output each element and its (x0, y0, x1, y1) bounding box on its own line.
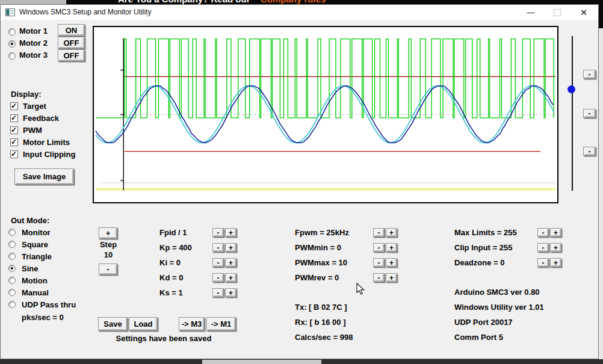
copy-to-m3-button[interactable]: -> M3 (179, 317, 205, 331)
screen: Are You a Company? Read our Company rule… (0, 0, 603, 364)
fpid-minus-button[interactable]: - (212, 228, 224, 237)
motor3-off-button[interactable]: OFF (58, 49, 85, 61)
input-clipping-checkbox[interactable] (10, 150, 18, 158)
step-decrease-button[interactable]: - (99, 264, 117, 275)
feedback-checkbox[interactable] (10, 114, 18, 122)
ki-minus-button[interactable]: - (212, 258, 224, 267)
app-icon (5, 8, 15, 17)
mode-square-radio[interactable] (8, 241, 16, 248)
mode-motion-radio[interactable] (8, 277, 16, 284)
motor3-radio[interactable] (8, 52, 16, 60)
mode-udp-radio[interactable] (8, 301, 16, 308)
maximize-button[interactable] (545, 5, 569, 20)
save-button[interactable]: Save (98, 317, 128, 331)
motor-limits-checkbox-label: Motor Limits (23, 138, 70, 147)
fpwm-plus-button[interactable]: + (386, 228, 397, 237)
kp-label: Kp = 400 (159, 243, 192, 252)
kd-plus-button[interactable]: + (225, 273, 237, 282)
deadzone-plus-button[interactable]: + (550, 258, 561, 267)
pwmrev-minus-button[interactable]: - (373, 273, 385, 282)
scale-minus-button-2[interactable]: - (583, 109, 596, 118)
mode-motion-label: Motion (22, 276, 48, 285)
close-button[interactable]: ✕ (572, 5, 596, 20)
deadzone-minus-button[interactable]: - (537, 258, 549, 267)
scale-minus-button-1[interactable]: - (583, 70, 596, 79)
step-value: 10 (95, 250, 122, 259)
background-page-bottom-light (202, 360, 321, 364)
motor2-radio[interactable] (8, 40, 16, 48)
max-limits-label: Max Limits = 255 (454, 228, 517, 237)
minimize-button[interactable]: — (519, 5, 543, 20)
pwmmax-minus-button[interactable]: - (373, 258, 385, 267)
banner-gap (0, 0, 66, 4)
mode-square-label: Square (22, 240, 48, 249)
step-label: Step (95, 240, 122, 249)
utility-version: Windows Utility ver 1.01 (454, 303, 544, 312)
clip-input-plus-button[interactable]: + (550, 243, 561, 252)
ks-minus-button[interactable]: - (212, 288, 224, 297)
scale-slider-track[interactable] (572, 36, 573, 191)
fpid-plus-button[interactable]: + (225, 228, 237, 237)
motor1-label: Motor 1 (19, 26, 48, 35)
mode-manual-label: Manual (22, 288, 49, 297)
max-limits-plus-button[interactable]: + (550, 228, 561, 237)
pwm-checkbox-label: PWM (23, 126, 42, 135)
kp-plus-button[interactable]: + (225, 243, 237, 252)
mode-triangle-label: Triangle (22, 252, 52, 261)
kp-minus-button[interactable]: - (212, 243, 224, 252)
rx-readout: Rx: [ b 16 00 ] (295, 318, 346, 327)
titlebar[interactable]: Windows SMC3 Setup and Monitor Utility (1, 5, 598, 20)
banner-link-text[interactable]: Company rules (261, 0, 326, 4)
pwmmin-minus-button[interactable]: - (373, 243, 385, 252)
status-message: Settings have been saved (94, 334, 233, 343)
fpwm-minus-button[interactable]: - (373, 228, 385, 237)
waveform-plot (94, 27, 557, 202)
maximize-icon (554, 9, 561, 16)
target-checkbox-label: Target (23, 102, 46, 111)
motor1-on-button[interactable]: ON (58, 24, 85, 36)
udp-port: UDP Port 20017 (454, 318, 513, 327)
step-increase-button[interactable]: + (99, 227, 117, 239)
background-banner: Are You a Company? Read our Company rule… (0, 0, 603, 4)
pwmrev-plus-button[interactable]: + (386, 273, 397, 282)
load-button[interactable]: Load (129, 317, 158, 331)
motor-limits-checkbox[interactable] (10, 138, 18, 146)
clip-input-label: Clip Input = 255 (454, 243, 512, 252)
ki-plus-button[interactable]: + (225, 258, 237, 267)
kd-label: Kd = 0 (159, 273, 183, 282)
feedback-checkbox-label: Feedback (23, 114, 59, 123)
mode-triangle-radio[interactable] (8, 253, 16, 260)
window-title: Windows SMC3 Setup and Monitor Utility (19, 8, 151, 16)
motor1-radio[interactable] (8, 28, 16, 35)
ks-label: Ks = 1 (159, 288, 183, 297)
max-limits-minus-button[interactable]: - (537, 228, 549, 237)
pwm-checkbox[interactable] (10, 126, 18, 134)
ks-plus-button[interactable]: + (225, 288, 237, 297)
motor2-off-button[interactable]: OFF (58, 37, 85, 49)
scale-slider-knob[interactable] (567, 85, 575, 93)
comm-port: Comm Port 5 (454, 333, 503, 342)
input-clipping-checkbox-label: Input Clipping (23, 150, 75, 159)
background-page-edge (599, 28, 603, 359)
clip-input-minus-button[interactable]: - (537, 243, 549, 252)
pwmmax-label: PWMmax = 10 (295, 258, 347, 267)
mode-monitor-label: Monitor (22, 228, 51, 237)
copy-to-m1-button[interactable]: -> M1 (206, 317, 236, 331)
fpwm-label: Fpwm = 25kHz (295, 228, 349, 237)
pks-per-sec-value: pks/sec = 0 (22, 313, 64, 322)
arduino-version: Arduino SMC3 ver 0.80 (454, 288, 540, 297)
kd-minus-button[interactable]: - (212, 273, 224, 282)
ki-label: Ki = 0 (159, 258, 181, 267)
mode-manual-radio[interactable] (8, 289, 16, 296)
mode-monitor-radio[interactable] (8, 229, 16, 236)
target-checkbox[interactable] (10, 102, 18, 110)
scale-minus-button-3[interactable]: - (583, 147, 596, 156)
save-image-button[interactable]: Save Image (14, 168, 74, 185)
banner-text: Are You a Company? Read our (118, 0, 250, 4)
pwmmax-plus-button[interactable]: + (386, 258, 397, 267)
mode-sine-radio[interactable] (8, 265, 16, 272)
out-mode-heading: Out Mode: (11, 216, 49, 225)
pwmmin-plus-button[interactable]: + (386, 243, 397, 252)
mode-udp-label: UDP Pass thru (22, 300, 76, 309)
fpid-label: Fpid / 1 (159, 228, 187, 237)
